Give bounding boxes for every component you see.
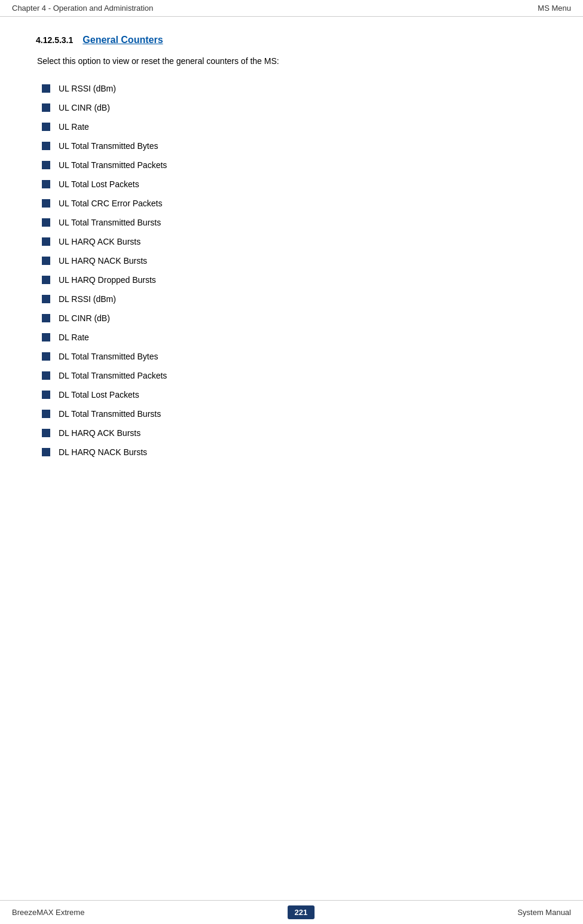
list-item: UL Rate: [36, 117, 547, 136]
header-right: MS Menu: [538, 4, 571, 13]
bullet-icon: [42, 314, 50, 322]
bullet-list: UL RSSI (dBm)UL CINR (dB)UL RateUL Total…: [36, 79, 547, 462]
list-item: DL Total Lost Packets: [36, 385, 547, 404]
list-item: DL Total Transmitted Packets: [36, 366, 547, 385]
bullet-icon: [42, 84, 50, 93]
list-item-label: UL Total Transmitted Bursts: [59, 218, 161, 227]
list-item: DL Total Transmitted Bytes: [36, 347, 547, 366]
bullet-icon: [42, 410, 50, 418]
list-item-label: DL RSSI (dBm): [59, 294, 116, 304]
list-item-label: UL HARQ ACK Bursts: [59, 237, 141, 246]
bullet-icon: [42, 276, 50, 284]
list-item: DL RSSI (dBm): [36, 289, 547, 309]
list-item-label: UL Total Lost Packets: [59, 179, 139, 189]
list-item-label: UL RSSI (dBm): [59, 84, 116, 93]
list-item-label: UL CINR (dB): [59, 103, 110, 112]
list-item-label: UL Total CRC Error Packets: [59, 199, 163, 208]
list-item: UL Total Transmitted Bytes: [36, 136, 547, 155]
list-item: DL HARQ NACK Bursts: [36, 443, 547, 462]
bullet-icon: [42, 199, 50, 208]
list-item-label: DL HARQ NACK Bursts: [59, 447, 147, 457]
bullet-icon: [42, 218, 50, 227]
list-item-label: DL CINR (dB): [59, 313, 110, 323]
header-left: Chapter 4 - Operation and Administration: [12, 4, 153, 13]
list-item: UL Total Transmitted Bursts: [36, 213, 547, 232]
page-header: Chapter 4 - Operation and Administration…: [0, 0, 583, 17]
list-item: DL Rate: [36, 328, 547, 347]
list-item-label: DL Total Lost Packets: [59, 390, 139, 400]
list-item-label: DL Total Transmitted Bytes: [59, 352, 158, 361]
page-footer: BreezeMAX Extreme 221 System Manual: [0, 900, 583, 924]
list-item-label: DL Total Transmitted Bursts: [59, 409, 161, 419]
main-content: 4.12.5.3.1 General Counters Select this …: [0, 17, 583, 510]
list-item: UL RSSI (dBm): [36, 79, 547, 98]
intro-text: Select this option to view or reset the …: [37, 56, 547, 66]
footer-right: System Manual: [517, 908, 571, 917]
list-item-label: UL HARQ Dropped Bursts: [59, 275, 156, 285]
list-item-label: DL HARQ ACK Bursts: [59, 428, 141, 438]
section-heading: 4.12.5.3.1 General Counters: [36, 35, 547, 45]
list-item: UL HARQ Dropped Bursts: [36, 270, 547, 289]
list-item-label: UL Total Transmitted Bytes: [59, 141, 158, 151]
list-item: UL HARQ NACK Bursts: [36, 251, 547, 270]
bullet-icon: [42, 257, 50, 265]
bullet-icon: [42, 391, 50, 399]
list-item: UL Total CRC Error Packets: [36, 194, 547, 213]
bullet-icon: [42, 142, 50, 150]
list-item: DL CINR (dB): [36, 309, 547, 328]
bullet-icon: [42, 103, 50, 112]
list-item-label: UL Total Transmitted Packets: [59, 160, 167, 170]
list-item: DL Total Transmitted Bursts: [36, 404, 547, 423]
section-title: General Counters: [83, 35, 163, 45]
bullet-icon: [42, 123, 50, 131]
section-number: 4.12.5.3.1: [36, 35, 73, 45]
bullet-icon: [42, 161, 50, 169]
footer-page: 221: [288, 905, 315, 919]
list-item-label: DL Rate: [59, 333, 89, 342]
list-item-label: UL Rate: [59, 122, 89, 132]
list-item: UL Total Lost Packets: [36, 175, 547, 194]
bullet-icon: [42, 352, 50, 361]
list-item: DL HARQ ACK Bursts: [36, 423, 547, 443]
list-item-label: DL Total Transmitted Packets: [59, 371, 167, 380]
footer-left: BreezeMAX Extreme: [12, 908, 84, 917]
bullet-icon: [42, 371, 50, 380]
bullet-icon: [42, 180, 50, 188]
bullet-icon: [42, 429, 50, 437]
bullet-icon: [42, 333, 50, 341]
list-item: UL CINR (dB): [36, 98, 547, 117]
list-item-label: UL HARQ NACK Bursts: [59, 256, 147, 266]
bullet-icon: [42, 295, 50, 303]
bullet-icon: [42, 237, 50, 246]
bullet-icon: [42, 448, 50, 456]
list-item: UL HARQ ACK Bursts: [36, 232, 547, 251]
list-item: UL Total Transmitted Packets: [36, 155, 547, 175]
